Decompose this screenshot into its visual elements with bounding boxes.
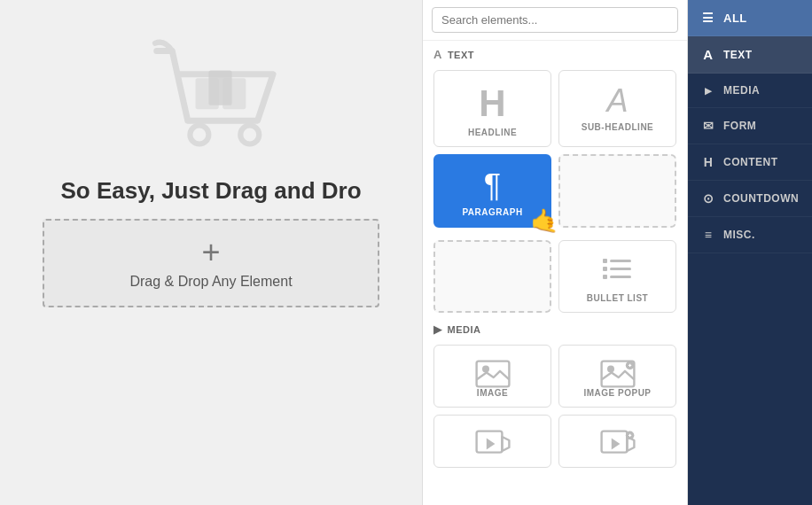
headline-label: HEADLINE <box>468 128 517 137</box>
canvas-tagline: So Easy, Just Drag and Dro <box>60 177 361 205</box>
drop-zone-plus: + <box>201 237 220 268</box>
sidebar-item-media[interactable]: ▶ MEDIA <box>688 74 812 108</box>
text-section-icon: A <box>433 48 442 61</box>
sidebar-item-misc-label: MISC. <box>723 229 755 241</box>
text-section-header: A TEXT <box>423 41 687 66</box>
image-popup-icon <box>600 360 636 388</box>
video-icon <box>475 430 511 458</box>
video-card[interactable] <box>433 415 551 468</box>
sidebar-item-all-label: ALL <box>723 12 747 25</box>
canvas-content: So Easy, Just Drag and Dro + Drag & Drop… <box>0 0 422 334</box>
paragraph-icon: ¶ <box>484 170 501 202</box>
misc-icon: ≡ <box>700 228 716 242</box>
svg-rect-7 <box>603 267 607 271</box>
sidebar-item-countdown[interactable]: ⊙ COUNTDOWN <box>688 181 812 217</box>
media-section-icon: ▶ <box>433 323 442 336</box>
paragraph-label: PARAGRAPH <box>462 207 522 217</box>
sidebar-item-text[interactable]: A TEXT <box>688 36 812 74</box>
sidebar-item-all[interactable]: ☰ ALL <box>688 0 812 36</box>
bullet-list-icon <box>601 255 635 288</box>
svg-point-14 <box>607 365 614 372</box>
cart-icon <box>122 27 300 168</box>
headline-icon: H <box>479 85 505 122</box>
all-icon: ☰ <box>700 11 716 25</box>
sidebar-item-misc[interactable]: ≡ MISC. <box>688 217 812 253</box>
sidebar-item-form[interactable]: ✉ FORM <box>688 108 812 144</box>
bullet-list-label: BULLET LIST <box>587 293 648 303</box>
svg-rect-10 <box>610 276 631 278</box>
image-popup-card[interactable]: IMAGE POPUP <box>558 345 676 408</box>
subheadline-card[interactable]: A SUB-HEADLINE <box>558 70 676 147</box>
search-input[interactable] <box>432 7 678 33</box>
media-icon: ▶ <box>700 86 716 96</box>
svg-rect-2 <box>208 70 231 105</box>
video-popup-icon <box>600 430 636 458</box>
countdown-icon: ⊙ <box>700 191 716 206</box>
drop-zone[interactable]: + Drag & Drop Any Element <box>43 219 379 307</box>
image-card[interactable]: IMAGE <box>433 345 551 408</box>
text-icon: A <box>700 47 716 62</box>
svg-point-3 <box>190 126 208 144</box>
cursor-icon: 🤙 <box>530 207 558 235</box>
media-elements-grid: IMAGE IMAGE POPUP <box>423 341 687 475</box>
sidebar-item-content[interactable]: H CONTENT <box>688 144 812 181</box>
sidebar-item-media-label: MEDIA <box>723 84 760 97</box>
headline-card[interactable]: H HEADLINE <box>433 70 551 147</box>
elements-panel: A TEXT H HEADLINE A SUB-HEADLINE ¶ PARAG… <box>422 0 688 505</box>
paragraph-card[interactable]: ¶ PARAGRAPH 🤙 <box>433 154 551 228</box>
image-popup-label: IMAGE POPUP <box>583 388 651 398</box>
svg-rect-5 <box>603 259 607 263</box>
svg-point-4 <box>240 126 259 144</box>
sidebar-item-countdown-label: COUNTDOWN <box>723 192 799 205</box>
search-bar <box>423 0 687 41</box>
bullet-list-card[interactable]: BULLET LIST <box>558 240 676 313</box>
sidebar-item-text-label: TEXT <box>723 49 753 61</box>
ghost-card <box>558 154 676 228</box>
image-label: IMAGE <box>477 388 508 398</box>
form-icon: ✉ <box>700 119 716 133</box>
svg-rect-8 <box>610 268 631 270</box>
canvas-area: So Easy, Just Drag and Dro + Drag & Drop… <box>0 0 422 505</box>
sidebar-item-form-label: FORM <box>723 120 756 132</box>
image-icon <box>475 360 511 388</box>
svg-point-12 <box>482 365 489 372</box>
video-popup-card[interactable] <box>558 415 676 468</box>
right-sidebar: ☰ ALL A TEXT ▶ MEDIA ✉ FORM H CONTENT ⊙ … <box>688 0 812 505</box>
media-section-label: MEDIA <box>448 324 481 335</box>
text-elements-grid-2: BULLET LIST <box>423 240 687 320</box>
subheadline-icon: A <box>606 85 628 117</box>
drop-zone-label: Drag & Drop Any Element <box>129 274 292 290</box>
text-section-label: TEXT <box>448 50 474 60</box>
ghost-card-2 <box>433 240 551 313</box>
media-section-header: ▶ MEDIA <box>423 320 687 341</box>
svg-rect-9 <box>603 275 607 279</box>
subheadline-label: SUB-HEADLINE <box>582 122 654 132</box>
svg-rect-6 <box>610 260 631 262</box>
content-icon: H <box>700 155 716 169</box>
sidebar-item-content-label: CONTENT <box>723 156 778 168</box>
text-elements-grid: H HEADLINE A SUB-HEADLINE ¶ PARAGRAPH 🤙 <box>423 66 687 235</box>
